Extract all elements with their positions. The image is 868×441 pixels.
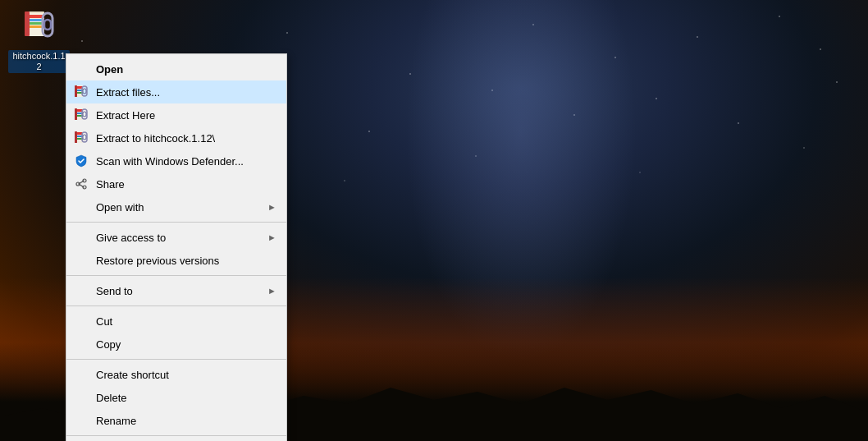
menu-item-icon <box>73 252 89 269</box>
menu-item-label: Scan with Windows Defender... <box>96 155 276 168</box>
svg-rect-8 <box>25 11 30 36</box>
menu-item-icon <box>73 176 89 192</box>
submenu-arrow: ► <box>267 232 276 242</box>
menu-item-extract-here[interactable]: Extract Here <box>66 103 286 126</box>
menu-item-label: Cut <box>96 315 276 328</box>
menu-item-label: Open with <box>96 201 267 214</box>
menu-item-rename[interactable]: Rename <box>66 409 286 432</box>
menu-item-icon <box>73 107 89 123</box>
menu-item-label: Restore previous versions <box>96 255 276 267</box>
menu-item-extract-files[interactable]: Extract files... <box>66 80 286 103</box>
submenu-arrow: ► <box>267 202 276 212</box>
menu-item-label: Rename <box>96 415 276 427</box>
desktop-icon-hitchcock[interactable]: hitchcock.1.1 2 <box>8 8 70 73</box>
menu-item-icon <box>73 153 89 169</box>
menu-item-icon <box>73 229 89 246</box>
svg-point-32 <box>76 182 80 186</box>
menu-item-icon <box>73 389 89 406</box>
svg-rect-13 <box>75 85 77 97</box>
menu-item-share[interactable]: Share <box>66 172 286 195</box>
menu-item-icon <box>73 336 89 352</box>
winrar-icon <box>20 8 59 48</box>
menu-separator <box>66 435 286 436</box>
menu-item-restore-versions[interactable]: Restore previous versions <box>66 249 286 272</box>
menu-item-send-to[interactable]: Send to► <box>66 279 286 302</box>
svg-rect-27 <box>75 131 77 143</box>
menu-item-label: Extract files... <box>96 86 276 99</box>
menu-item-label: Create shortcut <box>96 369 276 381</box>
menu-item-label: Send to <box>96 285 267 297</box>
menu-item-label: Extract Here <box>96 109 276 122</box>
menu-item-copy[interactable]: Copy <box>66 333 286 356</box>
menu-item-delete[interactable]: Delete <box>66 386 286 409</box>
menu-separator <box>66 359 286 360</box>
menu-item-icon <box>73 412 89 429</box>
menu-item-icon <box>73 130 89 146</box>
svg-rect-15 <box>83 89 86 94</box>
context-menu: Open Extract files... Extract Here Extra… <box>66 53 287 441</box>
menu-item-icon <box>73 283 89 299</box>
menu-separator <box>66 305 286 306</box>
menu-item-create-shortcut[interactable]: Create shortcut <box>66 363 286 386</box>
menu-item-icon <box>73 313 89 329</box>
menu-item-label: Open <box>96 63 276 76</box>
svg-rect-7 <box>44 20 51 30</box>
submenu-arrow: ► <box>267 286 276 296</box>
menu-item-label: Delete <box>96 392 276 404</box>
svg-rect-20 <box>75 108 77 120</box>
menu-item-give-access[interactable]: Give access to► <box>66 226 286 249</box>
svg-rect-29 <box>83 135 86 140</box>
menu-separator <box>66 275 286 276</box>
menu-item-open-with[interactable]: Open with► <box>66 195 286 218</box>
desktop-icon-label: hitchcock.1.1 2 <box>8 50 70 73</box>
menu-item-extract-to[interactable]: Extract to hitchcock.1.12\ <box>66 126 286 149</box>
menu-item-icon <box>73 84 89 100</box>
menu-separator <box>66 222 286 223</box>
menu-item-icon <box>73 61 89 77</box>
menu-item-cut[interactable]: Cut <box>66 310 286 333</box>
svg-point-30 <box>83 179 86 182</box>
svg-rect-22 <box>83 112 86 117</box>
menu-item-label: Extract to hitchcock.1.12\ <box>96 132 276 145</box>
menu-item-open[interactable]: Open <box>66 57 286 80</box>
menu-item-scan-defender[interactable]: Scan with Windows Defender... <box>66 149 286 172</box>
svg-point-31 <box>83 186 86 189</box>
menu-item-label: Copy <box>96 338 276 351</box>
menu-item-icon <box>73 199 89 215</box>
menu-item-label: Share <box>96 178 276 191</box>
menu-item-label: Give access to <box>96 232 267 244</box>
menu-item-icon <box>73 366 89 383</box>
